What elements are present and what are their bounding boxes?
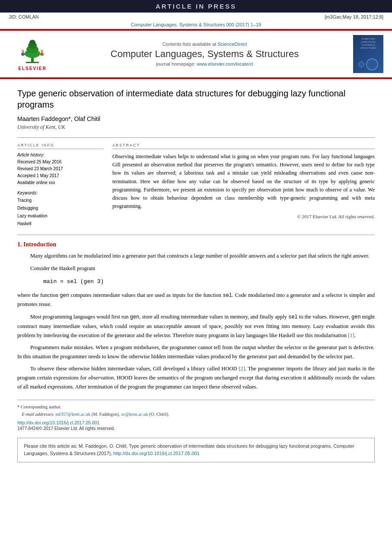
- article-dates: Received 25 May 2016 Revised 23 March 20…: [17, 159, 104, 186]
- email-line: E-mail addresses: mf357@kent.ac.uk (M. F…: [17, 411, 375, 418]
- keyword-lazy-eval: Lazy evaluation: [17, 212, 104, 220]
- available-date: Available online xxx: [17, 179, 104, 186]
- doi-journal-line: Computer Languages, Systems & Structures…: [0, 21, 392, 29]
- svg-rect-8: [21, 53, 22, 55]
- jid-right: [m3Gac;May 18, 2017;12:8]: [325, 14, 383, 19]
- doi-journal-link[interactable]: Computer Languages, Systems & Structures…: [131, 22, 261, 27]
- section-title-intro: 1. Introduction: [17, 241, 375, 248]
- svg-point-10: [41, 50, 43, 52]
- doi-line: http://dx.doi.org/10.1016/j.cl.2017.05.0…: [17, 420, 375, 425]
- corresponding-text: * Corresponding author.: [17, 404, 61, 409]
- ref-1[interactable]: [1]: [348, 332, 354, 338]
- citation-doi-link[interactable]: http://dx.doi.org/10.1016/j.cl.2017.05.0…: [113, 451, 199, 456]
- email1-link[interactable]: mf357@kent.ac.uk: [56, 412, 90, 417]
- svg-rect-13: [42, 53, 44, 55]
- journal-header: ELSEVIER Contents lists available at Sci…: [0, 30, 392, 78]
- intro-para3: Most programming languages would first r…: [17, 312, 375, 340]
- code-gen-2: gen: [130, 314, 140, 320]
- intro-para2: where the function gen computes intermed…: [17, 291, 375, 309]
- code-text: main = sel (gen 3): [43, 278, 104, 285]
- code-gen-3: gen: [351, 314, 361, 320]
- article-info-header: ARTICLE INFO: [17, 143, 104, 149]
- footnote-section: * Corresponding author. E-mail addresses…: [17, 400, 375, 431]
- elsevier-label: ELSEVIER: [18, 66, 46, 71]
- keyword-tracing: Tracing: [17, 197, 104, 204]
- svg-point-6: [22, 50, 24, 52]
- jid-left: JID: COMLAN: [9, 14, 39, 19]
- code-gen-1: gen: [60, 293, 69, 299]
- intro-para1: Many algorithms can be modularized into …: [17, 252, 375, 261]
- section-title-text: Introduction: [23, 241, 56, 248]
- rights-line: 1477-8424/© 2017 Elsevier Ltd. All right…: [17, 426, 375, 431]
- elsevier-tree-icon: [15, 37, 50, 65]
- body-text-block: Many algorithms can be modularized into …: [17, 252, 375, 391]
- code-block-main: main = sel (gen 3): [43, 277, 375, 286]
- cover-circle-small: [358, 61, 364, 67]
- authors: Maarten Faddegon*, Olaf Chitil: [17, 115, 375, 122]
- doi-link[interactable]: http://dx.doi.org/10.1016/j.cl.2017.05.0…: [17, 420, 99, 425]
- journal-title: Computer Languages, Systems & Structures: [63, 48, 346, 60]
- introduction-section: 1. Introduction Many algorithms can be m…: [17, 235, 375, 391]
- journal-cover: COMPUTERLANGUAGESSYSTEMS &STRUCTURES: [353, 35, 383, 73]
- code-sel-2: sel: [288, 314, 298, 320]
- article-info-column: ARTICLE INFO Article history: Received 2…: [17, 143, 104, 228]
- accepted-date: Accepted 1 May 2017: [17, 172, 104, 179]
- intro-para5: To observe these otherwise hidden interm…: [17, 364, 375, 391]
- article-title: Type generic observation of intermediate…: [17, 88, 375, 110]
- cover-decoration: [358, 58, 378, 70]
- journal-homepage-line: journal homepage: www.elsevier.com/locat…: [63, 61, 346, 67]
- article-in-press-banner: ARTICLE IN PRESS: [0, 0, 392, 13]
- intro-para4: Programmers make mistakes. When a progra…: [17, 343, 375, 361]
- revised-date: Revised 23 March 2017: [17, 166, 104, 172]
- affiliation: University of Kent, UK: [17, 124, 375, 131]
- svg-rect-1: [26, 62, 39, 63]
- homepage-link[interactable]: www.elsevier.com/locate/cl: [197, 61, 253, 67]
- email2-link[interactable]: oc@kent.ac.uk: [121, 412, 148, 417]
- article-info-abstract: ARTICLE INFO Article history: Received 2…: [17, 137, 375, 228]
- journal-title-block: Contents lists available at ScienceDirec…: [63, 41, 346, 67]
- keyword-haskell: Haskell: [17, 220, 104, 228]
- abstract-header: ABSTRACT: [112, 143, 375, 149]
- svg-rect-12: [40, 53, 41, 55]
- abstract-text: Observing intermediate values helps to u…: [112, 153, 375, 210]
- sciencedirect-link[interactable]: ScienceDirect: [217, 41, 247, 47]
- banner-text: ARTICLE IN PRESS: [156, 3, 236, 10]
- main-content: Type generic observation of intermediate…: [0, 79, 392, 471]
- abstract-section: ABSTRACT Observing intermediate values h…: [112, 143, 375, 228]
- keyword-debugging: Debugging: [17, 204, 104, 212]
- elsevier-logo: ELSEVIER: [9, 37, 56, 71]
- keywords-list: Tracing Debugging Lazy evaluation Haskel…: [17, 197, 104, 228]
- cover-circle-big: [366, 58, 378, 70]
- cover-title-text: COMPUTERLANGUAGESSYSTEMS &STRUCTURES: [360, 38, 376, 50]
- code-sel-1: sel: [223, 293, 232, 299]
- intro-para1b: Consider the Haskell program: [17, 264, 375, 273]
- svg-point-5: [29, 40, 35, 45]
- citation-box: Please cite this article as: M. Faddegon…: [17, 438, 375, 462]
- section-number: 1.: [17, 241, 22, 248]
- sciencedirect-line: Contents lists available at ScienceDirec…: [63, 41, 346, 47]
- jid-line: JID: COMLAN [m3Gac;May 18, 2017;12:8]: [0, 13, 392, 21]
- corresponding-note: * Corresponding author.: [17, 404, 375, 411]
- keywords-label: Keywords:: [17, 191, 104, 195]
- ref-2[interactable]: [2]: [239, 366, 245, 372]
- received-date: Received 25 May 2016: [17, 159, 104, 166]
- abstract-copyright: © 2017 Elsevier Ltd. All rights reserved…: [112, 214, 375, 219]
- svg-rect-9: [23, 53, 25, 55]
- history-label: Article history:: [17, 153, 104, 157]
